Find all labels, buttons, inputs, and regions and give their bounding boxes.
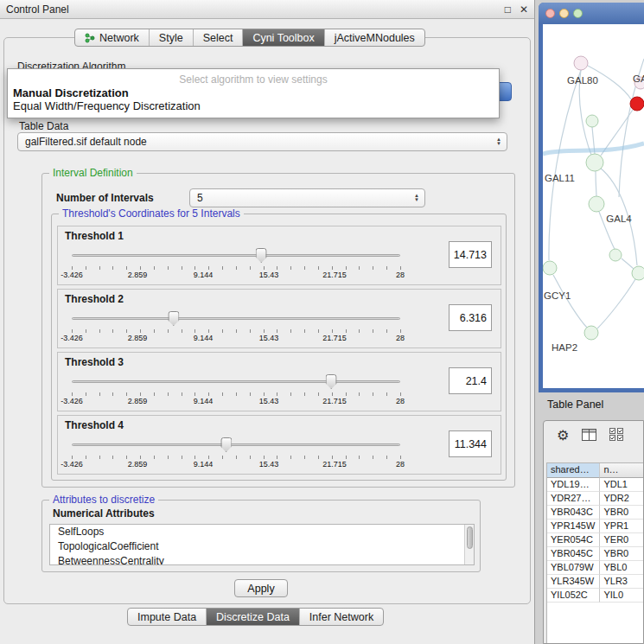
tick-label: -3.426 (61, 397, 83, 405)
node[interactable] (586, 115, 598, 127)
cell-name: YLR3 (600, 575, 644, 589)
list-item[interactable]: BetweennessCentrality (50, 554, 474, 565)
table-header-row: shared… n… (547, 463, 644, 478)
node-gal4[interactable] (589, 196, 604, 212)
cell-name: YIL0 (600, 589, 644, 603)
slider-thumb[interactable] (168, 311, 179, 326)
number-of-intervals-label: Number of Intervals (56, 192, 154, 204)
tab-discretize-data[interactable]: Discretize Data (206, 609, 299, 625)
numerical-attributes-label: Numerical Attributes (53, 507, 155, 520)
tab-label: Cyni Toolbox (252, 32, 314, 44)
threshold-value-field[interactable] (449, 304, 492, 331)
cell-name: YBL0 (600, 561, 644, 575)
tab-infer-network[interactable]: Infer Network (299, 609, 383, 625)
table-toolbar: ⚙ (544, 421, 643, 450)
tab-network[interactable]: Network (75, 29, 149, 46)
table-panel-title: Table Panel (547, 399, 603, 411)
slider-track[interactable] (72, 380, 400, 383)
cell-name: YPR1 (600, 520, 644, 533)
cell-shared-name: YDR27… (547, 492, 600, 506)
node-table: shared… n… YDL19… YDL1 YDR27… YDR2 YBR04… (546, 462, 644, 643)
close-icon[interactable]: ✕ (520, 4, 528, 15)
table-row[interactable]: YPR145W YPR1 (547, 520, 644, 533)
threshold-slider[interactable] (72, 310, 400, 328)
table-row[interactable]: YBL079W YBL0 (547, 561, 644, 575)
slider-track[interactable] (72, 254, 400, 257)
scrollbar-thumb[interactable] (467, 526, 473, 549)
node-selected-red[interactable] (630, 97, 644, 111)
numerical-attributes-list: SelfLoops TopologicalCoefficient Between… (49, 524, 475, 565)
cell-shared-name: YBR045C (547, 547, 600, 561)
columns-icon[interactable] (582, 429, 596, 443)
node[interactable] (632, 266, 644, 280)
slider-track[interactable] (72, 443, 400, 446)
threshold-label: Threshold 1 (65, 230, 124, 242)
tab-select[interactable]: Select (193, 29, 243, 46)
tick-label: 28 (396, 397, 405, 405)
threshold-slider[interactable] (72, 247, 400, 265)
tab-impute-data[interactable]: Impute Data (128, 609, 206, 625)
zoom-traffic-light[interactable] (573, 9, 583, 18)
tab-jactivemnodules[interactable]: jActiveMNodules (324, 29, 424, 46)
table-row[interactable]: YDL19… YDL1 (547, 478, 644, 492)
interval-definition-group: Interval Definition Number of Intervals … (41, 173, 515, 488)
number-of-intervals-combobox[interactable]: 5 ▲▼ (189, 188, 425, 207)
column-header-name[interactable]: n… (600, 463, 644, 478)
apply-button[interactable]: Apply (234, 579, 288, 597)
algorithm-dropdown-popup: Select algorithm to view settings Manual… (7, 68, 500, 118)
minimize-traffic-light[interactable] (559, 9, 569, 18)
list-item[interactable]: TopologicalCoefficient (50, 539, 474, 554)
node[interactable] (609, 249, 622, 261)
threshold-slider[interactable] (72, 437, 400, 454)
node-gal11[interactable] (586, 154, 603, 171)
float-window-icon[interactable]: □ (505, 4, 511, 15)
close-traffic-light[interactable] (545, 9, 555, 18)
network-canvas[interactable]: GAL80 GA GAL11 GAL4 GCY1 HAP2 (543, 24, 644, 388)
slider-track[interactable] (72, 317, 400, 320)
tick-label: 2.859 (128, 460, 148, 469)
table-row[interactable]: YER054C YER0 (547, 533, 644, 547)
attributes-group: Attributes to discretize Numerical Attri… (41, 500, 481, 572)
tick-label: 28 (396, 334, 405, 342)
table-row[interactable]: YBR043C YBR0 (547, 506, 644, 520)
tab-label: Infer Network (309, 611, 373, 623)
tick-label: 9.144 (194, 460, 214, 469)
table-row[interactable]: YIL052C YIL0 (547, 589, 644, 603)
table-row[interactable]: YDR27… YDR2 (547, 492, 644, 506)
combo-stepper-icon: ▲▼ (414, 194, 419, 202)
algorithm-option-manual[interactable]: Manual Discretization (8, 86, 499, 99)
algorithm-option-equal-width[interactable]: Equal Width/Frequency Discretization (8, 99, 499, 112)
tick-label: -3.426 (61, 271, 83, 279)
column-header-shared-name[interactable]: shared… (547, 463, 600, 478)
table-row[interactable]: YBR045C YBR0 (547, 547, 644, 561)
threshold-value-field[interactable] (449, 367, 492, 394)
slider-ticks (72, 329, 401, 333)
threshold-value-field[interactable] (449, 241, 492, 268)
tick-label: 2.859 (128, 397, 148, 405)
node-hap2[interactable] (584, 326, 598, 340)
tick-label: 21.715 (322, 397, 347, 405)
cell-shared-name: YDL19… (547, 478, 600, 492)
table-row[interactable]: YLR345W YLR3 (547, 575, 644, 589)
tick-label: 15.43 (259, 271, 279, 279)
slider-thumb[interactable] (256, 248, 267, 263)
threshold-slider[interactable] (72, 373, 400, 391)
tick-label: 2.859 (128, 271, 148, 279)
table-data-combobox[interactable]: galFiltered.sif default node ▲▼ (17, 132, 507, 151)
select-columns-icon[interactable] (609, 428, 624, 443)
gear-icon[interactable]: ⚙ (557, 429, 569, 443)
threshold-value-field[interactable] (449, 430, 492, 457)
node-label-gal4: GAL4 (606, 214, 632, 224)
node-gcy1[interactable] (543, 261, 557, 275)
number-of-intervals-value: 5 (197, 192, 203, 204)
slider-thumb[interactable] (326, 374, 337, 389)
tick-label: 2.859 (128, 334, 148, 342)
tab-cyni-toolbox[interactable]: Cyni Toolbox (242, 29, 323, 46)
node-gal80[interactable] (574, 56, 588, 70)
list-scrollbar[interactable] (464, 525, 474, 564)
slider-thumb[interactable] (220, 437, 232, 452)
tick-label: 15.43 (259, 397, 279, 405)
algorithm-placeholder: Select algorithm to view settings (8, 73, 499, 86)
tab-style[interactable]: Style (149, 29, 193, 46)
list-item[interactable]: SelfLoops (50, 525, 474, 539)
